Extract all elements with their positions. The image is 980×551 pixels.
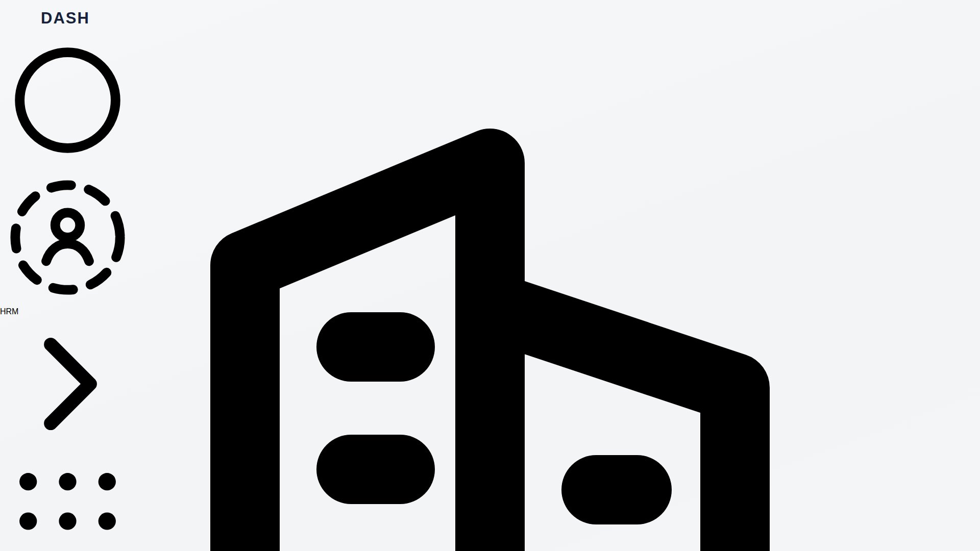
workspace-selector[interactable]: WorkDo — [0, 0, 980, 551]
brand-logo[interactable]: DASH — [0, 0, 135, 33]
sidebar-item-pos[interactable]: POS — [0, 454, 135, 551]
chevron-right-icon — [0, 444, 135, 453]
clipped-icon — [0, 161, 135, 169]
brand-logo-text: DASH — [41, 9, 90, 27]
main-area: WorkDo 0 Create Workspace — [0, 0, 980, 551]
hrm-icon — [0, 298, 135, 307]
sidebar: DASH HRMPOSCRMVideo HubVisitorsVisitors … — [0, 0, 135, 551]
sidebar-item-label: HRM — [0, 307, 18, 316]
sidebar-item-hrm[interactable]: HRM — [0, 170, 135, 454]
sidebar-item-clipped[interactable] — [0, 33, 135, 170]
sidebar-menu: HRMPOSCRMVideo HubVisitorsVisitors Detai… — [0, 33, 135, 551]
building-icon — [0, 0, 980, 551]
page: DASH HRMPOSCRMVideo HubVisitorsVisitors … — [0, 0, 980, 551]
topbar: WorkDo 0 Create Workspace — [0, 0, 980, 551]
